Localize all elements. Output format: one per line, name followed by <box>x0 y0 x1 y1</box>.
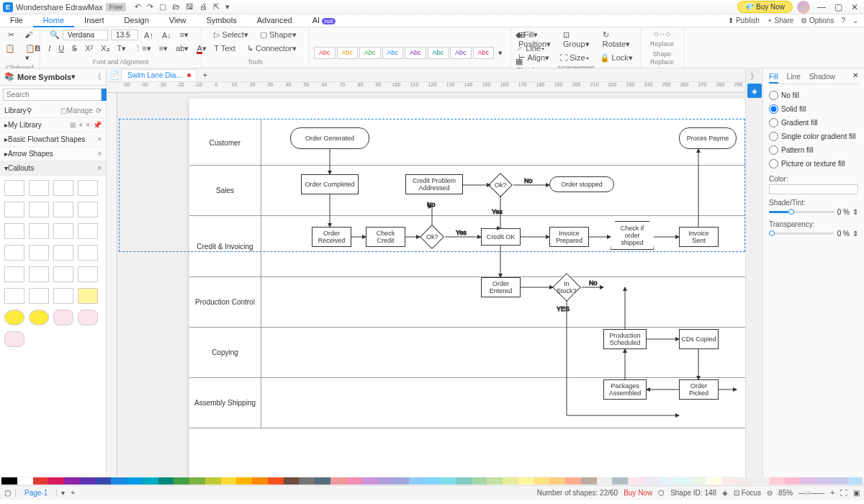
shape-check-credit[interactable]: Check Credit <box>366 227 405 247</box>
bullets-icon[interactable]: ⋮≡▾ <box>131 42 153 55</box>
color-cell[interactable] <box>534 477 550 485</box>
text-tool[interactable]: T Text <box>211 42 238 55</box>
shape-item[interactable] <box>4 266 24 282</box>
buy-now-status[interactable]: Buy Now <box>624 489 652 497</box>
maximize-icon[interactable]: ▢ <box>832 2 845 12</box>
shape-item[interactable] <box>29 310 49 325</box>
shape-process-payment[interactable]: Proces Payme <box>679 127 737 149</box>
color-cell[interactable] <box>612 477 628 485</box>
shape-item[interactable] <box>53 245 73 261</box>
shape-item[interactable] <box>53 223 73 239</box>
connector-tool[interactable]: ↳ Connector▾ <box>244 42 300 55</box>
shape-order-generated[interactable]: Order Generated <box>290 127 369 149</box>
color-cell[interactable] <box>503 477 518 485</box>
search-font-icon[interactable]: 🔍 <box>50 30 60 40</box>
color-cell[interactable] <box>174 477 189 485</box>
shape-item[interactable] <box>4 331 24 347</box>
tab-design[interactable]: Design <box>114 14 159 27</box>
color-cell[interactable] <box>284 477 300 485</box>
color-cell[interactable] <box>393 477 409 485</box>
publish-button[interactable]: ⬆ Publish <box>728 17 760 24</box>
shape-item[interactable] <box>78 180 98 196</box>
shape-item[interactable] <box>78 202 98 217</box>
trans-stepper[interactable]: ⇕ <box>852 230 858 238</box>
group-button[interactable]: ⊡ Group▾ <box>560 29 595 50</box>
color-cell[interactable] <box>80 477 96 485</box>
shape-item[interactable] <box>4 223 24 239</box>
zoom-out-icon[interactable]: ⊖ <box>767 489 773 497</box>
fit-icon[interactable]: ⛶ <box>840 489 847 497</box>
style-preset[interactable]: Abc <box>337 47 359 59</box>
sidebar-collapse-icon[interactable]: 《 <box>94 71 102 82</box>
shade-slider[interactable] <box>769 211 834 213</box>
style-preset[interactable]: Abc <box>359 47 381 59</box>
panel-tab-shadow[interactable]: Shadow <box>809 71 835 84</box>
tab-symbols[interactable]: Symbols <box>197 14 247 27</box>
options-button[interactable]: ⚙ Options <box>801 17 834 24</box>
radio-picture-fill[interactable] <box>769 159 778 168</box>
color-bar[interactable] <box>0 477 864 485</box>
zoom-slider[interactable]: —○—— <box>798 489 824 497</box>
radio-gradient-fill[interactable] <box>769 118 778 127</box>
color-cell[interactable] <box>236 477 252 485</box>
color-cell[interactable] <box>143 477 158 485</box>
font-size-select[interactable]: 13.5 <box>111 30 138 40</box>
shape-credit-problem[interactable]: Credit Problem Addressed <box>405 174 463 194</box>
grow-font-icon[interactable]: A↑ <box>141 30 156 41</box>
tab-view[interactable]: View <box>159 14 197 27</box>
color-cell[interactable] <box>549 477 565 485</box>
color-cell[interactable] <box>299 477 315 485</box>
close-icon[interactable]: ✕ <box>848 2 861 12</box>
shape-item[interactable] <box>29 223 49 239</box>
color-cell[interactable] <box>346 477 362 485</box>
color-cell[interactable] <box>64 477 80 485</box>
open-icon[interactable]: 🗁 <box>172 2 180 12</box>
color-cell[interactable] <box>1 477 17 485</box>
color-cell[interactable] <box>127 477 143 485</box>
export-icon[interactable]: ⇱ <box>213 2 220 12</box>
shape-item[interactable] <box>53 266 73 282</box>
rotate-button[interactable]: ↻ Rotate▾ <box>600 29 636 50</box>
color-cell[interactable] <box>96 477 112 485</box>
document-tab[interactable]: Swim Lane Dia... <box>121 69 197 81</box>
shape-order-completed[interactable]: Order Completed <box>301 174 359 194</box>
refresh-icon[interactable]: ⟳ <box>96 107 102 114</box>
style-preset[interactable]: Abc <box>450 47 472 59</box>
color-cell[interactable] <box>268 477 284 485</box>
color-cell[interactable] <box>769 477 785 485</box>
lane-customer[interactable]: Customer <box>189 120 261 165</box>
shape-tool[interactable]: ▢ Shape▾ <box>257 29 300 41</box>
shape-item[interactable] <box>53 310 73 325</box>
mylib-label[interactable]: My Library <box>8 121 42 129</box>
tab-file[interactable]: File <box>0 14 33 27</box>
shape-item[interactable] <box>78 266 98 282</box>
color-cell[interactable] <box>518 477 534 485</box>
color-cell[interactable] <box>111 477 127 485</box>
format-painter-icon[interactable]: 🖌 <box>22 29 35 41</box>
shape-item[interactable] <box>4 202 24 217</box>
shape-item[interactable] <box>53 202 73 217</box>
qat-more-icon[interactable]: ▾ <box>225 2 230 12</box>
lane-production[interactable]: Production Control <box>189 277 261 327</box>
mylib-new-icon[interactable]: + <box>78 121 83 129</box>
redo-icon[interactable]: ↷ <box>147 2 153 12</box>
collapse-ribbon-icon[interactable]: ⌄ <box>852 17 858 24</box>
superscript-icon[interactable]: X² <box>82 42 96 55</box>
color-cell[interactable] <box>189 477 205 485</box>
shape-credit-ok[interactable]: Credit OK <box>481 228 521 246</box>
tab-ai[interactable]: AIhot <box>302 14 346 27</box>
shape-item[interactable] <box>53 180 73 196</box>
color-cell[interactable] <box>487 477 503 485</box>
color-cell[interactable] <box>816 477 832 485</box>
color-cell[interactable] <box>753 477 769 485</box>
shape-item[interactable] <box>29 288 49 304</box>
shape-item[interactable] <box>78 223 98 239</box>
undo-icon[interactable]: ↶ <box>135 2 141 12</box>
shape-item[interactable] <box>4 310 24 325</box>
shape-item[interactable] <box>53 288 73 304</box>
font-select[interactable]: Verdana <box>63 30 108 40</box>
shape-cds-copied[interactable]: CDs Copied <box>679 329 719 349</box>
tab-home[interactable]: Home <box>33 14 74 27</box>
panel-close-icon[interactable]: ✕ <box>852 71 858 84</box>
lane-assembly[interactable]: Assembly Shipping <box>189 378 261 428</box>
